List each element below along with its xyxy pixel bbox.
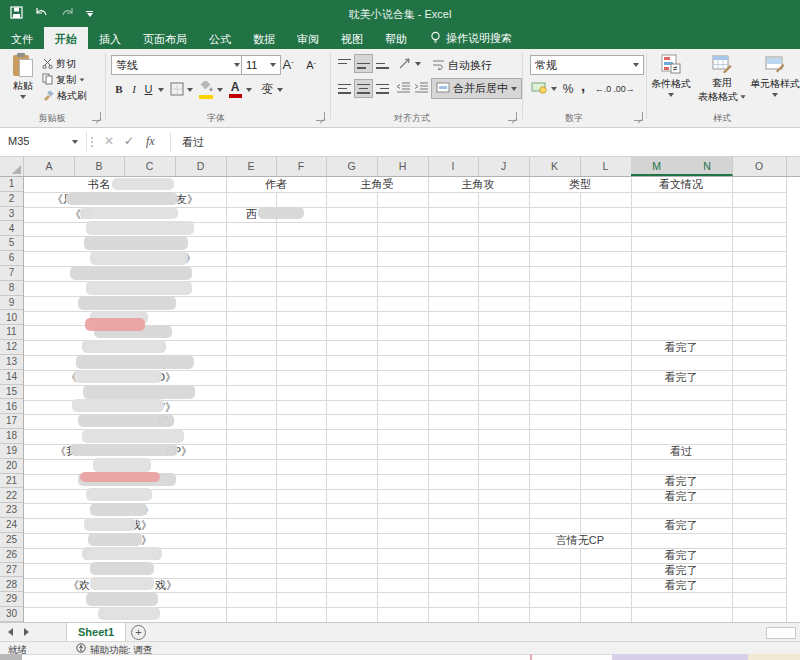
censor-blob: [90, 251, 188, 265]
row-header-19[interactable]: 19: [0, 444, 23, 459]
column-header-A[interactable]: A: [24, 157, 75, 176]
gridline-v: [732, 177, 733, 622]
censor-blob-red: [85, 318, 145, 331]
cell-author-r3[interactable]: 西: [246, 207, 257, 222]
row-header-17[interactable]: 17: [0, 414, 23, 429]
row-header-4[interactable]: 4: [0, 222, 23, 237]
row-header-29[interactable]: 29: [0, 592, 23, 607]
row-header-6[interactable]: 6: [0, 251, 23, 266]
excel-window: 耽美小说合集 - Excel 文件开始插入页面布局公式数据审阅视图帮助 操作说明…: [0, 0, 800, 660]
column-header-K[interactable]: K: [529, 157, 581, 176]
cell-book-r28[interactable]: 《欢: [68, 578, 90, 593]
previous-sheet-icon[interactable]: [8, 628, 13, 636]
row-header-14[interactable]: 14: [0, 370, 23, 385]
censor-blob: [90, 562, 154, 575]
sheet-header-4[interactable]: 类型: [569, 177, 591, 192]
select-all-corner[interactable]: [0, 157, 24, 176]
row-header-10[interactable]: 10: [0, 311, 23, 326]
row-header-21[interactable]: 21: [0, 474, 23, 489]
next-sheet-icon[interactable]: [24, 628, 29, 636]
gridline-v: [326, 177, 327, 622]
row-header-30[interactable]: 30: [0, 607, 23, 622]
sheet-header-3[interactable]: 主角攻: [462, 177, 495, 192]
row-header-22[interactable]: 22: [0, 489, 23, 504]
row-header-23[interactable]: 23: [0, 503, 23, 518]
censor-blob: [112, 178, 174, 190]
sheet-header-0[interactable]: 书名: [88, 177, 110, 192]
row-header-2[interactable]: 2: [0, 192, 23, 207]
cell-status-r21[interactable]: 看完了: [665, 474, 698, 489]
column-header-F[interactable]: F: [276, 157, 327, 176]
column-header-D[interactable]: D: [175, 157, 227, 176]
censor-blob: [86, 221, 194, 235]
censor-blob: [84, 236, 188, 250]
cell-status-r22[interactable]: 看完了: [665, 489, 698, 504]
sheet-header-5[interactable]: 看文情况: [659, 177, 703, 192]
cell-status-r12[interactable]: 看完了: [665, 340, 698, 355]
column-header-M[interactable]: M: [631, 157, 683, 176]
row-header-3[interactable]: 3: [0, 207, 23, 222]
censor-blob: [86, 281, 192, 295]
column-header-C[interactable]: C: [124, 157, 176, 176]
column-header-G[interactable]: G: [326, 157, 378, 176]
row-header-1[interactable]: 1: [0, 177, 23, 192]
censor-blob: [78, 296, 176, 310]
row-header-28[interactable]: 28: [0, 578, 23, 593]
sheet-header-2[interactable]: 主角受: [361, 177, 394, 192]
gridline-v: [377, 192, 378, 622]
row-header-24[interactable]: 24: [0, 518, 23, 533]
column-header-H[interactable]: H: [377, 157, 429, 176]
column-header-O[interactable]: O: [732, 157, 787, 176]
cell-status-r27[interactable]: 看完了: [665, 563, 698, 578]
column-header-N[interactable]: N: [682, 157, 733, 176]
censor-blob: [83, 385, 195, 399]
cell-book-r2[interactable]: 友》: [176, 192, 198, 207]
cell-status-r24[interactable]: 看完了: [665, 518, 698, 533]
gridline-v: [478, 192, 479, 622]
cell-status-r28[interactable]: 看完了: [665, 578, 698, 593]
status-bar: 就绪 辅助功能: 调查: [0, 641, 800, 655]
row-header-9[interactable]: 9: [0, 296, 23, 311]
column-header-L[interactable]: L: [580, 157, 632, 176]
row-header-5[interactable]: 5: [0, 236, 23, 251]
row-header-27[interactable]: 27: [0, 563, 23, 578]
censor-blob: [88, 533, 142, 546]
row-header-16[interactable]: 16: [0, 400, 23, 415]
cell-book-r28[interactable]: 戏》: [155, 578, 177, 593]
cell-type-r25[interactable]: 言情无CP: [556, 533, 604, 548]
gridline-v: [529, 177, 530, 622]
row-header-26[interactable]: 26: [0, 548, 23, 563]
censor-blob: [76, 355, 194, 369]
censor-blob: [72, 399, 164, 412]
cell-status-r14[interactable]: 看完了: [665, 370, 698, 385]
column-header-B[interactable]: B: [74, 157, 125, 176]
censor-blob: [86, 592, 158, 606]
column-header-E[interactable]: E: [226, 157, 277, 176]
row-header-7[interactable]: 7: [0, 266, 23, 281]
sheet-tab-bar: Sheet1 +: [0, 622, 800, 642]
censor-blob: [86, 488, 152, 501]
worksheet: ABCDEFGHIJKLMNO1234567891011121314151617…: [0, 0, 800, 660]
gridline-v: [786, 177, 787, 622]
row-header-20[interactable]: 20: [0, 459, 23, 474]
sheet-header-1[interactable]: 作者: [265, 177, 287, 192]
cell-status-r26[interactable]: 看完了: [665, 548, 698, 563]
cell-book-r25[interactable]: 》: [141, 533, 152, 548]
row-header-13[interactable]: 13: [0, 355, 23, 370]
new-sheet-button[interactable]: +: [131, 625, 146, 640]
row-header-15[interactable]: 15: [0, 385, 23, 400]
row-header-18[interactable]: 18: [0, 429, 23, 444]
row-header-25[interactable]: 25: [0, 533, 23, 548]
column-header-J[interactable]: J: [478, 157, 530, 176]
row-header-12[interactable]: 12: [0, 340, 23, 355]
censor-blob: [82, 429, 184, 443]
cell-status-r19[interactable]: 看过: [670, 444, 692, 459]
sheet-tab-sheet1[interactable]: Sheet1: [66, 623, 126, 643]
row-header-11[interactable]: 11: [0, 325, 23, 340]
row-header-8[interactable]: 8: [0, 281, 23, 296]
gridline-v: [226, 177, 227, 622]
column-header-I[interactable]: I: [428, 157, 479, 176]
censor-blob: [74, 370, 162, 383]
censor-blob: [90, 577, 154, 590]
horizontal-scrollbar[interactable]: [766, 627, 796, 639]
